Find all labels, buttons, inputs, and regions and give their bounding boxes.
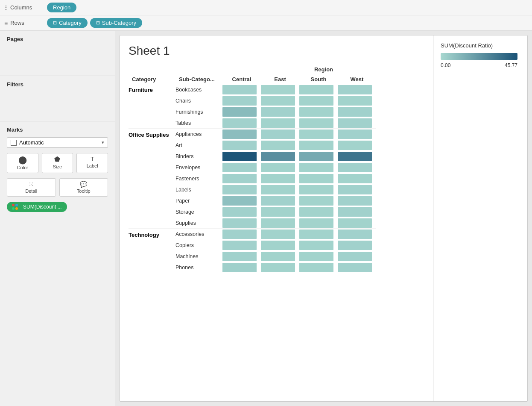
cell-category — [129, 118, 175, 129]
sum-discount-button[interactable]: SUM(Discount ... — [7, 202, 67, 212]
pages-section: Pages — [0, 31, 115, 76]
bar-central — [222, 152, 257, 161]
rows-subcategory-pill[interactable]: ⊞ Sub-Category — [90, 18, 142, 28]
bar-east — [261, 129, 295, 139]
bar-west — [338, 107, 372, 117]
table-row: FurnitureBookcases — [129, 84, 376, 95]
bar-west — [338, 152, 372, 161]
cell-west — [338, 206, 376, 218]
cell-central — [222, 251, 261, 262]
rows-label: ≡ Rows — [4, 20, 47, 26]
bar-west — [338, 174, 372, 183]
bar-west — [338, 185, 372, 194]
chart-wrapper: Region Category Sub-Catego... Central Ea… — [129, 66, 425, 273]
bar-west — [338, 196, 372, 206]
bar-east — [261, 96, 295, 106]
columns-region-pill[interactable]: Region — [47, 3, 76, 12]
bar-south — [299, 141, 333, 150]
bar-south — [299, 229, 333, 239]
cell-subcategory: Supplies — [175, 218, 222, 229]
bar-central — [222, 229, 257, 239]
table-row: Furnishings — [129, 106, 376, 118]
filters-section: Filters — [0, 76, 115, 121]
cell-south — [299, 240, 338, 251]
bar-east — [261, 263, 295, 272]
header-south: South — [299, 74, 338, 84]
cell-category — [129, 218, 175, 229]
bar-west — [338, 218, 372, 228]
bar-east — [261, 241, 295, 250]
cell-subcategory: Fasteners — [175, 173, 222, 184]
bar-east — [261, 107, 295, 117]
region-header: Region — [222, 66, 425, 73]
table-row: Storage — [129, 206, 376, 218]
cell-east — [261, 118, 299, 129]
cell-east — [261, 218, 299, 229]
cell-south — [299, 262, 338, 273]
header-east: East — [261, 74, 299, 84]
bar-east — [261, 207, 295, 217]
table-row: Tables — [129, 118, 376, 129]
chevron-down-icon: ▾ — [102, 140, 104, 145]
bar-west — [338, 141, 372, 150]
cell-south — [299, 162, 338, 173]
bar-south — [299, 152, 333, 161]
legend-min: 0.00 — [441, 62, 450, 68]
header-subcategory: Sub-Catego... — [175, 74, 222, 84]
cell-west — [338, 251, 376, 262]
table-header-row: Category Sub-Catego... Central East Sout… — [129, 74, 376, 84]
cell-subcategory: Paper — [175, 195, 222, 206]
marks-title: Marks — [7, 127, 108, 133]
cell-west — [338, 106, 376, 118]
cell-central — [222, 84, 261, 95]
bar-central — [222, 174, 257, 183]
cell-east — [261, 140, 299, 151]
header-central: Central — [222, 74, 261, 84]
rows-category-pill[interactable]: ⊟ Category — [47, 18, 88, 28]
sum-dots-icon — [12, 204, 20, 210]
bar-west — [338, 252, 372, 261]
cell-south — [299, 106, 338, 118]
legend-gradient — [441, 53, 517, 60]
cell-south — [299, 206, 338, 218]
size-button[interactable]: ⬟ Size — [42, 153, 73, 173]
marks-dropdown-label: Automatic — [19, 139, 44, 146]
marks-type-dropdown[interactable]: Automatic ▾ — [7, 137, 108, 148]
bar-south — [299, 241, 333, 250]
cell-west — [338, 195, 376, 206]
bar-west — [338, 241, 372, 250]
sheet-container: Sheet 1 Region Category Sub-Catego... Ce… — [120, 35, 528, 402]
bar-east — [261, 229, 295, 239]
tooltip-button[interactable]: 💬 Tooltip — [59, 178, 108, 197]
cell-south — [299, 251, 338, 262]
bar-central — [222, 207, 257, 217]
cell-south — [299, 184, 338, 195]
bar-south — [299, 252, 333, 261]
cell-central — [222, 95, 261, 106]
bar-south — [299, 163, 333, 172]
legend-title: SUM(Discount Ratio) — [441, 42, 520, 49]
bar-west — [338, 85, 372, 94]
cell-south — [299, 95, 338, 106]
bar-central — [222, 163, 257, 172]
legend-max: 45.77 — [505, 62, 517, 68]
columns-toolbar: ⫶ Columns Region — [0, 0, 532, 15]
cell-central — [222, 140, 261, 151]
cell-subcategory: Tables — [175, 118, 222, 129]
bar-central — [222, 129, 257, 139]
label-button[interactable]: T Label — [76, 153, 108, 173]
tooltip-icon: 💬 — [80, 181, 87, 187]
table-row: Machines — [129, 251, 376, 262]
marks-properties-grid2: ⁙ Detail 💬 Tooltip — [7, 178, 108, 197]
size-icon: ⬟ — [54, 156, 60, 163]
bar-east — [261, 185, 295, 194]
table-row: TechnologyAccessories — [129, 229, 376, 240]
square-icon — [11, 140, 17, 146]
rows-icon: ≡ — [4, 20, 8, 26]
color-button[interactable]: ⬤ Color — [7, 153, 38, 173]
cell-subcategory: Bookcases — [175, 84, 222, 95]
cell-central — [222, 206, 261, 218]
detail-button[interactable]: ⁙ Detail — [7, 178, 56, 197]
table-row: Binders — [129, 151, 376, 162]
table-row: Office SuppliesAppliances — [129, 129, 376, 140]
